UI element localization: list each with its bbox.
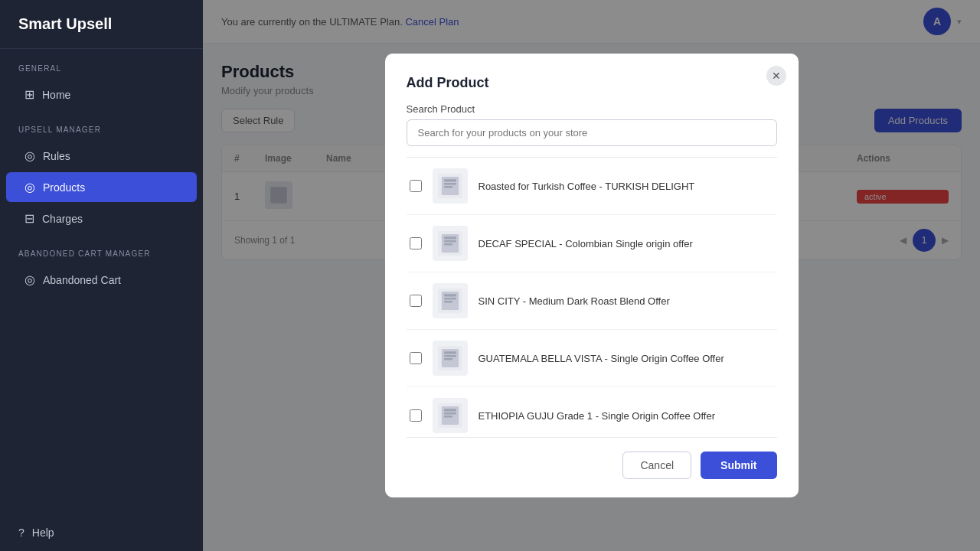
sidebar-item-abandoned-cart[interactable]: ◎ Abandoned Cart [6, 265, 197, 295]
sidebar-item-abandoned-cart-label: Abandoned Cart [43, 274, 121, 286]
product-checkbox-1[interactable] [410, 237, 422, 249]
add-product-modal: Add Product ✕ Search Product Roasted for… [385, 54, 799, 497]
modal-title: Add Product [407, 75, 777, 91]
modal-footer: Cancel Submit [407, 437, 777, 479]
sidebar-item-products[interactable]: ◎ Products [6, 172, 197, 202]
sidebar-item-home[interactable]: ⊞ Home [6, 80, 197, 109]
svg-rect-4 [444, 179, 456, 181]
sidebar-item-charges-label: Charges [42, 213, 83, 225]
sidebar-item-rules-label: Rules [43, 150, 70, 162]
product-checkbox-0[interactable] [410, 180, 422, 192]
charges-icon: ⊟ [24, 211, 34, 226]
svg-rect-26 [444, 416, 452, 417]
product-checkbox-4[interactable] [410, 409, 422, 422]
product-item[interactable]: GUATEMALA BELLA VISTA - Single Origin Co… [407, 330, 777, 387]
sidebar-item-products-label: Products [43, 181, 85, 194]
sidebar-item-charges[interactable]: ⊟ Charges [6, 204, 197, 233]
product-thumb-3 [433, 341, 468, 376]
svg-rect-10 [444, 240, 456, 242]
product-thumb-4 [433, 398, 468, 433]
submit-button[interactable]: Submit [701, 452, 776, 479]
svg-rect-20 [444, 355, 456, 357]
abandoned-cart-icon: ◎ [24, 272, 35, 287]
svg-rect-6 [444, 186, 452, 187]
sidebar-footer-help-label: Help [32, 527, 54, 539]
svg-rect-24 [444, 409, 456, 411]
svg-rect-16 [444, 301, 452, 302]
main-content: You are currently on the ULTIMATE Plan. … [203, 0, 980, 551]
search-input[interactable] [407, 119, 777, 146]
product-thumb-0 [433, 168, 468, 204]
svg-rect-5 [444, 183, 456, 184]
svg-rect-19 [444, 351, 456, 354]
products-icon: ◎ [24, 180, 35, 194]
cancel-button[interactable]: Cancel [622, 452, 691, 479]
product-list: Roasted for Turkish Coffee - TURKISH DEL… [407, 157, 777, 434]
product-item[interactable]: Roasted for Turkish Coffee - TURKISH DEL… [407, 158, 777, 215]
sidebar-footer-help[interactable]: ? Help [0, 514, 203, 551]
help-icon: ? [18, 527, 24, 539]
sidebar: Smart Upsell GENERAL ⊞ Home UPSELL MANAG… [0, 0, 203, 551]
svg-rect-14 [444, 294, 456, 296]
sidebar-section-upsell: UPSELL MANAGER [0, 110, 203, 140]
home-icon: ⊞ [24, 87, 34, 102]
sidebar-logo: Smart Upsell [0, 0, 203, 49]
svg-rect-21 [444, 358, 452, 360]
product-name-1: DECAF SPECIAL - Colombian Single origin … [479, 238, 693, 249]
search-label: Search Product [407, 103, 777, 115]
svg-rect-15 [444, 298, 456, 299]
product-checkbox-3[interactable] [410, 352, 422, 364]
product-name-4: ETHIOPIA GUJU Grade 1 - Single Origin Co… [479, 410, 715, 422]
modal-close-button[interactable]: ✕ [766, 66, 786, 86]
sidebar-item-home-label: Home [42, 89, 70, 101]
product-name-2: SIN CITY - Medium Dark Roast Blend Offer [479, 295, 670, 307]
product-item[interactable]: DECAF SPECIAL - Colombian Single origin … [407, 215, 777, 272]
sidebar-item-rules[interactable]: ◎ Rules [6, 141, 197, 171]
product-checkbox-2[interactable] [410, 295, 422, 307]
sidebar-section-general: GENERAL [0, 49, 203, 79]
product-item[interactable]: ETHIOPIA GUJU Grade 1 - Single Origin Co… [407, 387, 777, 434]
sidebar-section-abandoned: ABANDONED CART MANAGER [0, 234, 203, 264]
product-name-3: GUATEMALA BELLA VISTA - Single Origin Co… [479, 353, 724, 364]
product-item[interactable]: SIN CITY - Medium Dark Roast Blend Offer [407, 272, 777, 330]
svg-rect-9 [444, 236, 456, 239]
product-thumb-1 [433, 226, 468, 261]
svg-rect-25 [444, 412, 456, 414]
product-thumb-2 [433, 283, 468, 318]
modal-overlay: Add Product ✕ Search Product Roasted for… [203, 0, 980, 551]
rules-icon: ◎ [24, 148, 35, 163]
svg-rect-11 [444, 243, 452, 245]
product-name-0: Roasted for Turkish Coffee - TURKISH DEL… [479, 181, 695, 192]
